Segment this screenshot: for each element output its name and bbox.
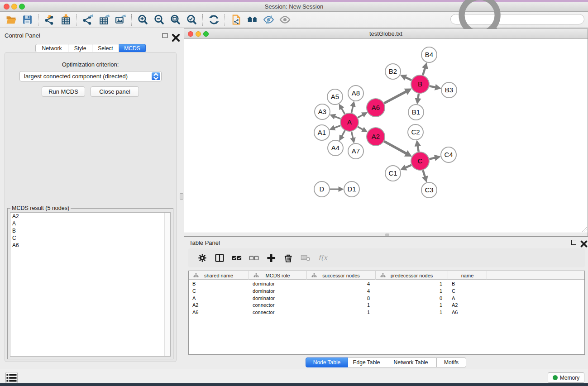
table-cell[interactable]: C xyxy=(189,287,249,295)
network-minimize-traffic-light[interactable] xyxy=(196,31,201,37)
graph-edge-B-B3[interactable] xyxy=(430,86,436,87)
graph-edge-C-C3[interactable] xyxy=(423,170,425,177)
close-traffic-light[interactable] xyxy=(4,4,10,10)
graph-edge-B-B4[interactable] xyxy=(423,68,425,75)
graph-node-A8[interactable]: A8 xyxy=(348,86,363,101)
graph-node-C1[interactable]: C1 xyxy=(385,166,401,181)
table-cell[interactable]: A xyxy=(189,295,249,302)
table-row-A2[interactable]: A2connector11A2 xyxy=(189,301,584,309)
table-cell[interactable]: dominator xyxy=(249,295,307,302)
tab-edge-table[interactable]: Edge Table xyxy=(348,357,385,367)
export-image-button[interactable] xyxy=(112,13,129,27)
table-cell[interactable]: 4 xyxy=(307,287,376,295)
table-cell[interactable]: 1 xyxy=(376,287,448,295)
table-cell[interactable]: 8 xyxy=(307,295,376,302)
deselect-all-button[interactable] xyxy=(245,251,263,265)
close-panel-icon[interactable] xyxy=(171,33,181,43)
hide-selected-button[interactable] xyxy=(260,13,277,27)
graph-edge-A-A5[interactable] xyxy=(341,108,344,114)
float-table-panel-icon[interactable] xyxy=(571,240,576,245)
table-cell[interactable]: connector xyxy=(249,309,307,316)
tab-network-table[interactable]: Network Table xyxy=(385,357,437,367)
graph-node-C4[interactable]: C4 xyxy=(441,147,456,162)
graph-edge-C-C1[interactable] xyxy=(405,165,411,168)
tab-motifs[interactable]: Motifs xyxy=(437,357,466,367)
zoom-out-button[interactable] xyxy=(151,13,167,27)
graph-edge-A-A1[interactable] xyxy=(334,125,341,128)
node-table[interactable]: shared nameMCDS rolesuccessor nodesprede… xyxy=(188,271,585,355)
tab-node-table[interactable]: Node Table xyxy=(306,357,348,367)
zoom-fit-button[interactable] xyxy=(167,13,183,27)
table-cell[interactable]: 1 xyxy=(307,301,376,309)
resize-grip-icon[interactable] xyxy=(581,226,587,232)
column-header-shared-name[interactable]: shared name xyxy=(189,271,249,280)
result-list-scrollbar[interactable] xyxy=(164,213,170,356)
refresh-button[interactable] xyxy=(206,13,222,27)
graph-node-B3[interactable]: B3 xyxy=(441,82,457,98)
table-cell[interactable]: 1 xyxy=(376,280,448,287)
graph-node-A7[interactable]: A7 xyxy=(348,143,363,159)
mcds-result-item[interactable]: A xyxy=(10,220,170,227)
graph-edge-A-A8[interactable] xyxy=(351,106,353,113)
table-cell[interactable]: 1 xyxy=(307,309,376,316)
float-panel-icon[interactable] xyxy=(163,33,167,38)
task-history-button[interactable] xyxy=(5,372,18,383)
houses-button[interactable] xyxy=(244,13,260,27)
table-cell[interactable]: dominator xyxy=(249,287,307,295)
graph-node-C2[interactable]: C2 xyxy=(408,124,423,140)
tab-style[interactable]: Style xyxy=(68,44,92,52)
add-column-button[interactable] xyxy=(263,251,280,265)
run-mcds-button[interactable]: Run MCDS xyxy=(42,86,85,97)
table-cell[interactable]: C xyxy=(448,287,487,295)
column-header-successor-nodes[interactable]: successor nodes xyxy=(307,271,376,280)
table-cell[interactable]: A6 xyxy=(448,309,487,316)
graph-node-D1[interactable]: D1 xyxy=(344,181,359,197)
network-zoom-traffic-light[interactable] xyxy=(203,31,209,37)
graph-node-B1[interactable]: B1 xyxy=(408,105,424,120)
graph-node-A6[interactable]: A6 xyxy=(367,99,385,117)
search-input[interactable] xyxy=(514,15,584,24)
graph-node-A4[interactable]: A4 xyxy=(328,140,343,156)
graph-node-B2[interactable]: B2 xyxy=(385,64,401,79)
export-table-button[interactable] xyxy=(96,13,112,27)
scrollbar-thumb[interactable] xyxy=(385,234,389,236)
delete-column-button[interactable] xyxy=(280,251,297,265)
criterion-dropdown[interactable]: largest connected component (directed) xyxy=(19,71,162,81)
export-network-button[interactable] xyxy=(80,13,96,27)
close-table-panel-icon[interactable] xyxy=(580,240,588,248)
graph-edge-A-A6[interactable] xyxy=(358,114,363,118)
table-cell[interactable]: 4 xyxy=(307,280,376,287)
graph-node-A3[interactable]: A3 xyxy=(315,104,330,119)
delete-table-button[interactable] xyxy=(297,251,314,265)
minimize-traffic-light[interactable] xyxy=(11,4,17,10)
column-header-predecessor-nodes[interactable]: predecessor nodes xyxy=(376,271,448,280)
open-file-button[interactable] xyxy=(3,13,19,27)
tab-network[interactable]: Network xyxy=(35,44,68,52)
table-cell[interactable]: B xyxy=(189,280,249,287)
graph-edge-A-A2[interactable] xyxy=(358,127,363,130)
graph-edge-A6-B[interactable] xyxy=(384,91,406,103)
save-session-button[interactable] xyxy=(19,13,35,27)
network-bottom-scrollbar[interactable] xyxy=(184,233,588,236)
mcds-result-item[interactable]: A2 xyxy=(10,213,170,220)
graph-node-C3[interactable]: C3 xyxy=(421,182,437,198)
graph-edge-B-B2[interactable] xyxy=(405,77,411,80)
table-cell[interactable]: B xyxy=(448,280,487,287)
split-divider-handle[interactable] xyxy=(180,193,183,200)
graph-node-A1[interactable]: A1 xyxy=(314,125,330,140)
show-all-button[interactable] xyxy=(277,13,293,27)
mcds-result-item[interactable]: C xyxy=(10,234,170,242)
graph-node-C[interactable]: C xyxy=(411,152,429,170)
table-row-B[interactable]: Bdominator41B xyxy=(189,280,584,287)
zoom-in-button[interactable] xyxy=(134,13,151,27)
graph-node-B4[interactable]: B4 xyxy=(421,47,437,62)
graph-node-A2[interactable]: A2 xyxy=(367,128,385,146)
search-field[interactable] xyxy=(450,14,584,24)
graph-edge-B-B1[interactable] xyxy=(418,94,419,99)
mcds-result-item[interactable]: A6 xyxy=(10,242,170,249)
graph-node-A5[interactable]: A5 xyxy=(327,89,343,105)
table-cell[interactable]: connector xyxy=(249,301,307,309)
table-cell[interactable]: A6 xyxy=(189,309,249,316)
zoom-traffic-light[interactable] xyxy=(19,4,25,10)
network-canvas[interactable]: B4B2BB3A8A5A6A3B1AC2A1A2A4A7C4CC1C3DD1 xyxy=(184,39,588,233)
